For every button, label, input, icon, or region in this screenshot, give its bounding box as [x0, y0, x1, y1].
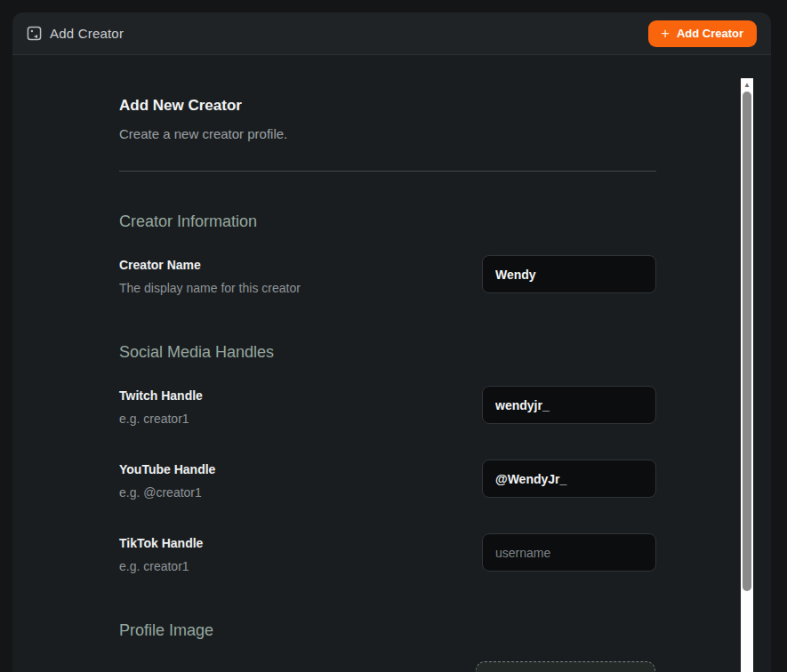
- window-title: Add Creator: [50, 26, 124, 41]
- add-creator-button-label: Add Creator: [677, 27, 743, 40]
- field-text: Creator Name The display name for this c…: [119, 255, 482, 295]
- profile-image-dropzone[interactable]: [476, 661, 655, 672]
- field-text: Twitch Handle e.g. creator1: [119, 386, 482, 426]
- tiktok-handle-input[interactable]: [482, 533, 656, 572]
- field-description: e.g. @creator1: [119, 485, 482, 500]
- field-label: TikTok Handle: [119, 536, 482, 550]
- scroll-up-arrow-icon[interactable]: ▲: [741, 78, 753, 92]
- youtube-handle-input[interactable]: [482, 460, 656, 498]
- field-row-creator-name: Creator Name The display name for this c…: [119, 255, 656, 295]
- field-description: e.g. creator1: [119, 412, 482, 426]
- section-profile-image: Profile Image: [119, 621, 656, 640]
- divider: [119, 171, 656, 172]
- field-text: TikTok Handle e.g. creator1: [119, 533, 482, 573]
- field-row-tiktok: TikTok Handle e.g. creator1: [119, 533, 656, 573]
- field-row-youtube: YouTube Handle e.g. @creator1: [119, 460, 656, 500]
- add-creator-button[interactable]: + Add Creator: [648, 20, 757, 47]
- form-content: Add New Creator Create a new creator pro…: [119, 55, 656, 672]
- page-subtitle: Create a new creator profile.: [119, 126, 656, 141]
- scrollbar[interactable]: ▲: [741, 78, 753, 672]
- field-text: YouTube Handle e.g. @creator1: [119, 460, 482, 500]
- section-social-media-handles: Social Media Handles: [119, 343, 656, 362]
- add-creator-icon: [27, 26, 42, 41]
- creator-name-input[interactable]: [482, 255, 656, 293]
- titlebar: Add Creator + Add Creator: [12, 12, 771, 55]
- titlebar-left: Add Creator: [27, 26, 124, 41]
- field-label: Twitch Handle: [119, 388, 482, 403]
- field-row-twitch: Twitch Handle e.g. creator1: [119, 386, 656, 426]
- field-description: The display name for this creator: [119, 281, 482, 295]
- field-label: YouTube Handle: [119, 462, 482, 476]
- twitch-handle-input[interactable]: [482, 386, 656, 424]
- plus-icon: +: [662, 27, 670, 41]
- page-title: Add New Creator: [119, 97, 656, 115]
- form-body: Add New Creator Create a new creator pro…: [12, 55, 771, 672]
- add-creator-window: Add Creator + Add Creator Add New Creato…: [12, 12, 771, 672]
- section-creator-information: Creator Information: [119, 212, 656, 231]
- field-label: Creator Name: [119, 258, 482, 272]
- scrollbar-thumb[interactable]: [743, 92, 751, 591]
- field-description: e.g. creator1: [119, 559, 482, 573]
